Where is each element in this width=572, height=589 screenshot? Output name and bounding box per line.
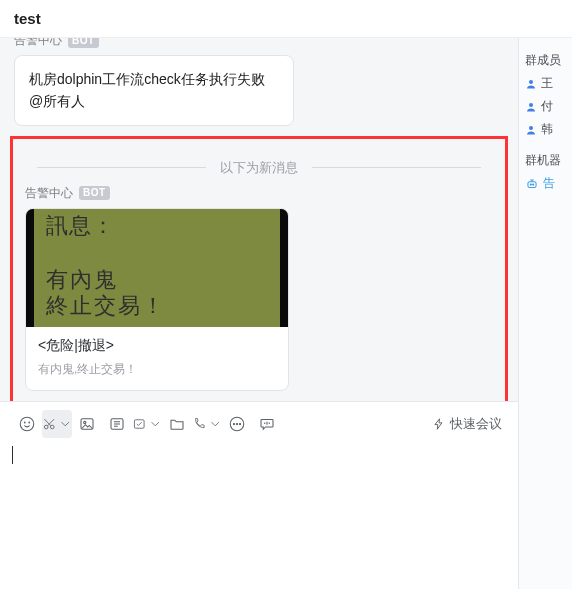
svg-point-3 xyxy=(44,425,48,429)
person-icon xyxy=(525,78,537,90)
svg-point-1 xyxy=(24,422,25,423)
person-icon xyxy=(525,124,537,136)
sender-name: 告警中心 xyxy=(14,38,62,49)
members-heading: 群成员 xyxy=(525,52,566,69)
card-image-text: 訊息： xyxy=(46,211,272,241)
list-icon xyxy=(108,415,126,433)
svg-point-12 xyxy=(239,423,240,424)
chevron-down-icon xyxy=(208,415,223,433)
file-button[interactable] xyxy=(162,410,192,438)
sidebar: 群成员 王 付 韩 群机器 告 xyxy=(518,38,572,589)
chevron-down-icon xyxy=(148,415,163,433)
checkbox-icon xyxy=(132,415,147,433)
message-input[interactable] xyxy=(12,438,506,589)
screenshot-button[interactable] xyxy=(42,410,72,438)
phone-icon xyxy=(192,415,207,433)
card-image: 訊息： 有內鬼 終止交易！ xyxy=(26,209,288,327)
sender-name: 告警中心 xyxy=(25,185,73,202)
emoji-button[interactable] xyxy=(12,410,42,438)
svg-point-18 xyxy=(533,184,534,185)
window-title: test xyxy=(0,0,572,38)
more-button[interactable] xyxy=(222,410,252,438)
ellipsis-icon xyxy=(228,415,246,433)
svg-point-4 xyxy=(50,425,54,429)
quick-meeting-label: 快速会议 xyxy=(450,415,502,433)
card-image-text: 終止交易！ xyxy=(46,291,272,321)
bot-item[interactable]: 告 xyxy=(525,175,566,192)
message-mention: @所有人 xyxy=(29,90,279,112)
message-bubble[interactable]: 机房dolphin工作流check任务执行失败 @所有人 xyxy=(14,55,294,126)
lightning-icon xyxy=(432,417,446,431)
message-text-line: 机房dolphin工作流check任务执行失败 xyxy=(29,68,279,90)
composer-toolbar: 快速会议 xyxy=(12,410,506,438)
svg-point-2 xyxy=(29,422,30,423)
divider-line xyxy=(312,167,481,168)
chat-bubble-icon xyxy=(258,415,276,433)
new-messages-divider: 以下为新消息 xyxy=(37,159,481,177)
highlight-annotation: 以下为新消息 告警中心 BOT 訊息： 有內鬼 終止交易！ xyxy=(10,136,508,401)
person-icon xyxy=(525,101,537,113)
svg-point-15 xyxy=(529,126,533,130)
svg-point-0 xyxy=(20,417,34,431)
robot-icon xyxy=(525,177,539,191)
member-name: 付 xyxy=(541,98,553,115)
bots-heading: 群机器 xyxy=(525,152,566,169)
folder-icon xyxy=(168,415,186,433)
member-name: 韩 xyxy=(541,121,553,138)
member-item[interactable]: 王 xyxy=(525,75,566,92)
message-list: 告警中心 BOT 机房dolphin工作流check任务执行失败 @所有人 以下… xyxy=(0,38,518,401)
svg-point-10 xyxy=(233,423,234,424)
card-title: <危险|撤退> xyxy=(38,337,276,355)
message-sender: 告警中心 BOT xyxy=(14,38,518,49)
svg-rect-8 xyxy=(134,420,144,428)
svg-point-17 xyxy=(530,184,531,185)
quick-meeting-button[interactable]: 快速会议 xyxy=(428,415,506,433)
message-card[interactable]: 訊息： 有內鬼 終止交易！ <危险|撤退> 有内鬼,终止交易！ xyxy=(25,208,289,391)
divider-line xyxy=(37,167,206,168)
bot-badge: BOT xyxy=(68,38,99,48)
member-item[interactable]: 付 xyxy=(525,98,566,115)
image-button[interactable] xyxy=(72,410,102,438)
member-item[interactable]: 韩 xyxy=(525,121,566,138)
svg-rect-16 xyxy=(528,181,536,187)
member-name: 王 xyxy=(541,75,553,92)
scissors-icon xyxy=(42,415,57,433)
svg-point-11 xyxy=(236,423,237,424)
message-composer: 快速会议 xyxy=(0,401,518,589)
voice-input-button[interactable] xyxy=(252,410,282,438)
divider-label: 以下为新消息 xyxy=(220,159,298,177)
rich-text-button[interactable] xyxy=(102,410,132,438)
card-description: 有内鬼,终止交易！ xyxy=(38,361,276,378)
message-sender: 告警中心 BOT xyxy=(25,185,499,202)
bot-name: 告 xyxy=(543,175,555,192)
svg-point-14 xyxy=(529,103,533,107)
call-button[interactable] xyxy=(192,410,222,438)
bot-badge: BOT xyxy=(79,186,110,200)
todo-button[interactable] xyxy=(132,410,162,438)
chevron-down-icon xyxy=(58,415,73,433)
image-icon xyxy=(78,415,96,433)
svg-point-13 xyxy=(529,80,533,84)
text-caret xyxy=(12,446,13,464)
smile-icon xyxy=(18,415,36,433)
svg-point-6 xyxy=(84,421,86,423)
